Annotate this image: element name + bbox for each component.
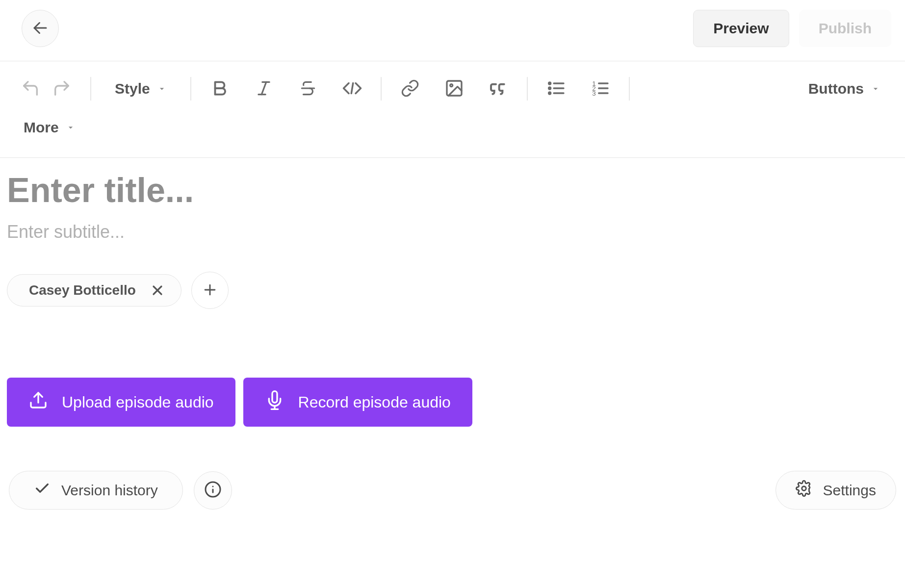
- svg-point-13: [548, 92, 550, 94]
- code-icon: [342, 78, 362, 100]
- audio-actions: Upload episode audio Record episode audi…: [7, 378, 898, 427]
- back-button[interactable]: [22, 10, 59, 47]
- toolbar-separator: [629, 77, 630, 101]
- bold-icon: [210, 79, 229, 99]
- record-audio-label: Record episode audio: [298, 393, 451, 411]
- gear-icon: [796, 480, 812, 500]
- undo-icon: [21, 78, 40, 100]
- header-bar: Preview Publish: [0, 0, 905, 61]
- check-icon: [34, 480, 51, 500]
- toolbar-row-2: More: [17, 114, 895, 157]
- toolbar-row-1: Style: [17, 75, 895, 114]
- author-row: Casey Botticello: [7, 272, 898, 309]
- inline-format-group: [206, 75, 366, 102]
- strikethrough-button[interactable]: [294, 75, 322, 102]
- more-dropdown[interactable]: More: [24, 114, 84, 141]
- buttons-dropdown[interactable]: Buttons: [800, 76, 889, 102]
- numbered-list-icon: 123: [591, 78, 610, 100]
- bullet-list-icon: [546, 78, 566, 100]
- bullet-list-button[interactable]: [543, 75, 570, 102]
- toolbar-separator: [90, 77, 91, 101]
- record-audio-button[interactable]: Record episode audio: [243, 378, 472, 427]
- list-group: 123: [543, 75, 614, 102]
- editor-area: Casey Botticello Upload episode audio: [0, 158, 905, 510]
- header-actions: Preview Publish: [693, 10, 891, 47]
- undo-button[interactable]: [17, 75, 44, 102]
- more-dropdown-label: More: [24, 119, 59, 136]
- redo-icon: [52, 78, 72, 100]
- toolbar-separator: [190, 77, 191, 101]
- toolbar-separator: [527, 77, 528, 101]
- footer-row: Version history Settings: [7, 471, 898, 510]
- preview-button[interactable]: Preview: [693, 10, 789, 47]
- caret-down-icon: [871, 80, 880, 97]
- svg-point-7: [450, 84, 452, 86]
- remove-author-button[interactable]: [150, 282, 165, 298]
- style-dropdown-label: Style: [115, 80, 150, 97]
- settings-label: Settings: [823, 482, 876, 499]
- buttons-dropdown-label: Buttons: [808, 80, 864, 97]
- italic-button[interactable]: [250, 75, 278, 102]
- settings-button[interactable]: Settings: [776, 471, 896, 510]
- version-history-label: Version history: [61, 482, 158, 499]
- bold-button[interactable]: [206, 75, 233, 102]
- image-button[interactable]: [440, 75, 468, 102]
- plus-icon: [202, 281, 218, 300]
- version-history-button[interactable]: Version history: [9, 471, 183, 510]
- author-chip: Casey Botticello: [7, 274, 181, 307]
- caret-down-icon: [157, 80, 167, 97]
- quote-button[interactable]: [485, 75, 512, 102]
- microphone-icon: [265, 390, 284, 414]
- redo-button[interactable]: [48, 75, 76, 102]
- title-input[interactable]: [7, 171, 898, 210]
- code-button[interactable]: [338, 75, 366, 102]
- upload-audio-label: Upload episode audio: [62, 393, 214, 411]
- svg-point-11: [548, 82, 550, 84]
- svg-point-30: [802, 486, 806, 491]
- page-root: Preview Publish Style: [0, 0, 905, 588]
- italic-icon: [255, 79, 273, 99]
- insert-group: [396, 75, 512, 102]
- svg-line-3: [261, 82, 266, 94]
- add-author-button[interactable]: [191, 272, 229, 309]
- publish-button[interactable]: Publish: [799, 10, 891, 47]
- numbered-list-button[interactable]: 123: [587, 75, 614, 102]
- link-icon: [401, 79, 419, 99]
- subtitle-input[interactable]: [7, 222, 898, 242]
- footer-left: Version history: [9, 471, 232, 510]
- upload-audio-button[interactable]: Upload episode audio: [7, 378, 235, 427]
- editor-toolbar: Style: [0, 61, 905, 158]
- toolbar-separator: [381, 77, 382, 101]
- style-dropdown[interactable]: Style: [106, 76, 176, 102]
- svg-point-12: [548, 87, 550, 89]
- strikethrough-icon: [299, 79, 317, 99]
- info-button[interactable]: [194, 471, 232, 510]
- info-icon: [204, 481, 222, 500]
- caret-down-icon: [66, 119, 76, 136]
- svg-text:3: 3: [592, 90, 595, 97]
- upload-icon: [28, 390, 48, 414]
- quote-icon: [489, 78, 508, 100]
- author-name: Casey Botticello: [29, 282, 136, 298]
- link-button[interactable]: [396, 75, 424, 102]
- svg-line-5: [351, 83, 353, 93]
- image-icon: [444, 78, 464, 100]
- arrow-left-icon: [31, 19, 49, 38]
